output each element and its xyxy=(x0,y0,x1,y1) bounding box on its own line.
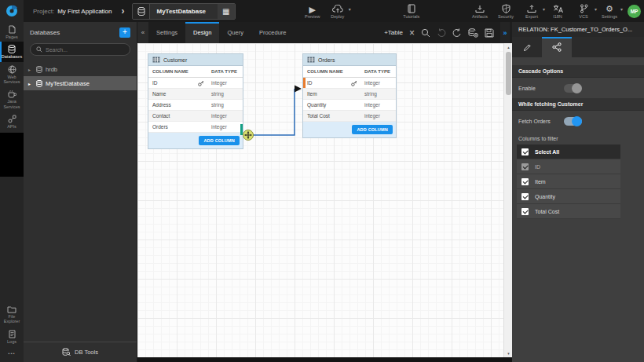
caret-right-icon[interactable]: ▸ xyxy=(28,81,33,86)
filter-label: ID xyxy=(535,164,540,170)
rail-item-pages[interactable]: Pages xyxy=(0,22,24,42)
db-tree-item-hrdb[interactable]: ▸ hrdb xyxy=(24,62,137,76)
book-icon xyxy=(408,3,415,13)
filter-row-select-all[interactable]: Select All xyxy=(517,144,620,159)
relation-title: RELATION: FK_Customer_TO_Orders_O... xyxy=(512,22,644,37)
api-icon xyxy=(8,115,16,123)
connector-drag-handle-icon[interactable] xyxy=(243,130,254,141)
pages-icon xyxy=(9,25,16,34)
fetch-orders-field: Fetch Orders xyxy=(512,111,644,131)
rail-label: Databases xyxy=(2,54,22,59)
save-icon[interactable] xyxy=(485,28,494,38)
undo-icon[interactable] xyxy=(437,28,446,38)
tab-procedure[interactable]: Procedure xyxy=(251,22,295,43)
relation-tabs xyxy=(512,37,644,57)
fk-source-marker xyxy=(240,124,243,135)
upload-tray-icon xyxy=(527,3,536,13)
filter-row-total-cost[interactable]: Total Cost xyxy=(517,204,620,219)
search-icon xyxy=(36,46,42,53)
security-button[interactable]: Security xyxy=(496,0,516,22)
rail-item-databases[interactable]: Databases xyxy=(0,42,24,61)
tab-edit-column[interactable] xyxy=(512,37,542,57)
deploy-button[interactable]: Deploy ▾ xyxy=(327,0,348,22)
wavemaker-logo-icon xyxy=(5,5,18,17)
download-tray-icon xyxy=(475,3,485,13)
export-label: Export xyxy=(525,14,538,19)
user-avatar[interactable]: MP xyxy=(628,5,641,18)
filter-label: Quantity xyxy=(535,194,555,199)
rail-item-web-services[interactable]: Web Services xyxy=(0,62,24,87)
preview-button[interactable]: ▶ Preview xyxy=(302,0,323,22)
db-tools-button[interactable]: DB Tools xyxy=(24,342,137,362)
rail-label: APIs xyxy=(7,124,16,129)
vcs-button[interactable]: VCS ▾ xyxy=(573,0,594,22)
rail-label: Pages xyxy=(5,35,18,39)
designer-toolbar: « Settings Design Query Procedure +Table… xyxy=(137,22,512,43)
scroll-down-icon[interactable]: ▾ xyxy=(504,351,513,356)
while-fetching-header: While fetching Customer xyxy=(512,98,644,111)
open-database-tab[interactable]: MyTestDatabase * ▦ xyxy=(132,3,235,20)
dashboard-grid-icon[interactable]: ▦ xyxy=(218,4,235,19)
settings-caret-icon: ▾ xyxy=(620,6,623,12)
relation-connector[interactable] xyxy=(137,43,503,357)
database-tab-title: MyTestDatabase xyxy=(150,4,210,19)
rail-item-file-explorer[interactable]: File Explorer xyxy=(0,302,24,327)
rail-item-apis[interactable]: APIs xyxy=(0,112,24,131)
search-zoom-icon[interactable] xyxy=(421,28,430,38)
checkbox-checked-icon[interactable] xyxy=(521,208,529,215)
add-db-object-icon[interactable] xyxy=(468,28,478,38)
search-input[interactable] xyxy=(46,47,124,53)
scrollbar-thumb[interactable] xyxy=(506,52,511,95)
scroll-up-icon[interactable]: ▴ xyxy=(504,45,513,49)
project-breadcrumb[interactable]: Project: My First Application xyxy=(33,8,112,15)
add-database-button[interactable]: + xyxy=(119,27,130,38)
settings-button[interactable]: ⚙ Settings ▾ xyxy=(599,0,620,22)
checkbox-checked-icon[interactable] xyxy=(521,148,529,155)
database-search[interactable] xyxy=(30,43,130,56)
tab-query[interactable]: Query xyxy=(219,22,251,43)
checkbox-checked-icon[interactable] xyxy=(521,193,529,200)
collapse-panel-button[interactable]: « xyxy=(137,22,148,43)
app-logo[interactable] xyxy=(0,0,24,22)
redo-icon[interactable] xyxy=(452,28,462,38)
filter-label: Item xyxy=(535,179,546,185)
tutorials-button[interactable]: Tutorials xyxy=(401,0,422,22)
rail-item-logs[interactable]: Logs xyxy=(0,327,24,346)
close-icon[interactable]: × xyxy=(409,27,415,38)
add-table-button[interactable]: +Table xyxy=(384,29,403,36)
tab-settings[interactable]: Settings xyxy=(148,22,185,43)
db-tree-item-mytestdatabase[interactable]: ▸ MyTestDatabase xyxy=(24,76,137,90)
export-caret-icon: ▾ xyxy=(543,6,545,12)
expand-panel-button[interactable]: » xyxy=(500,22,510,43)
filter-row-item[interactable]: Item xyxy=(517,174,620,189)
caret-right-icon[interactable]: ▸ xyxy=(28,67,33,72)
filter-row-quantity[interactable]: Quantity xyxy=(517,189,620,204)
rail-label: Web Services xyxy=(0,75,24,85)
enable-toggle[interactable] xyxy=(564,84,582,93)
export-button[interactable]: Export ▾ xyxy=(521,0,542,22)
branch-icon xyxy=(580,3,588,13)
topbar: Project: My First Application › MyTestDa… xyxy=(0,0,644,22)
rail-blank-tile xyxy=(0,133,24,177)
db-tree-label: hrdb xyxy=(46,66,57,73)
translate-icon xyxy=(553,3,563,13)
rail-label: Logs xyxy=(7,339,16,344)
tutorials-label: Tutorials xyxy=(403,14,419,19)
database-icon xyxy=(36,80,42,87)
fetch-orders-toggle[interactable] xyxy=(564,117,582,126)
i18n-button[interactable]: I18N xyxy=(547,0,568,22)
enable-label: Enable xyxy=(518,86,564,91)
cascade-options-header: Cascade Options xyxy=(512,65,644,78)
databases-panel: Databases + ▸ hrdb ▸ M xyxy=(24,22,137,362)
canvas-vertical-scrollbar[interactable]: ▴ ▾ xyxy=(503,43,512,357)
rail-item-java-services[interactable]: Java Services xyxy=(0,86,24,112)
artifacts-button[interactable]: Artifacts xyxy=(470,0,490,22)
filter-row-id[interactable]: ID xyxy=(517,159,620,174)
canvas-bottom-strip xyxy=(137,357,512,362)
rail-more-button[interactable]: ••• xyxy=(0,346,24,362)
checkbox-checked-icon[interactable] xyxy=(521,178,529,185)
tab-relation[interactable] xyxy=(542,37,572,57)
design-canvas[interactable]: Customer COLUMN NAME DATA TYPE ID xyxy=(137,43,512,357)
settings-label: Settings xyxy=(602,14,617,19)
tab-design[interactable]: Design xyxy=(185,22,219,43)
